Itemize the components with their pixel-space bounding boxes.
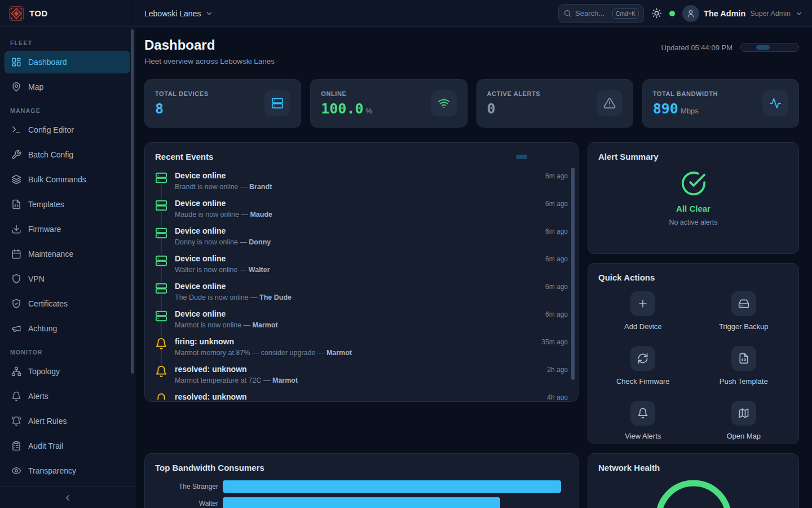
sidebar-item[interactable]: Config Editor xyxy=(5,119,130,141)
search-input[interactable] xyxy=(575,9,609,17)
wifi-icon xyxy=(431,90,457,116)
page-subtitle: Fleet overview across Lebowski Lanes xyxy=(144,57,275,65)
server-icon xyxy=(155,199,167,212)
sidebar-item-label: Maintenance xyxy=(28,249,73,259)
events-tab[interactable] xyxy=(543,155,554,159)
user-menu[interactable]: The Admin Super Admin xyxy=(682,5,803,22)
events-tabs xyxy=(516,155,568,159)
quick-action[interactable]: View Alerts xyxy=(625,401,661,440)
refresh-option[interactable] xyxy=(756,45,770,50)
event-device: The Dude xyxy=(259,294,292,301)
event-row[interactable]: resolved: unknown Marmot temperature at … xyxy=(155,361,568,388)
sidebar-item[interactable]: Firmware xyxy=(5,218,130,240)
sidebar-item[interactable]: Alert Rules xyxy=(5,410,130,432)
sidebar-item[interactable]: VPN xyxy=(5,268,130,290)
alert-triangle-icon xyxy=(597,90,623,116)
sidebar-item[interactable]: Certificates xyxy=(5,292,130,315)
event-row[interactable]: Device online Donny is now online — Donn… xyxy=(155,222,568,250)
network-health-gauge: 100 xyxy=(651,476,736,508)
refresh-option[interactable] xyxy=(743,45,756,50)
quick-action[interactable]: Open Map xyxy=(726,401,761,440)
bandwidth-bar xyxy=(223,480,561,493)
quick-action[interactable]: Trigger Backup xyxy=(719,291,769,331)
sidebar-item[interactable]: Templates xyxy=(5,193,130,216)
refresh-option[interactable] xyxy=(783,45,797,50)
events-list: Device online Brandt is now online — Bra… xyxy=(145,166,578,400)
event-row[interactable]: Device online Maude is now online — Maud… xyxy=(155,195,568,222)
sidebar-item[interactable]: Maintenance xyxy=(5,243,130,265)
event-time: 6m ago xyxy=(545,226,568,235)
sidebar-item[interactable]: Map xyxy=(5,76,130,98)
network-health-panel: Network Health 100 xyxy=(588,453,799,508)
fleet-selector[interactable]: Lebowski Lanes xyxy=(144,9,213,18)
file-code-icon xyxy=(731,346,756,371)
stat-value: 0 xyxy=(487,100,496,117)
bandwidth-category-label: The Stranger xyxy=(155,483,218,491)
sidebar-items: Topology Alerts Alert Rules Audit Trail xyxy=(5,360,130,482)
event-time: 6m ago xyxy=(545,199,568,208)
sidebar-item[interactable]: Topology xyxy=(5,360,130,383)
dashboard-grid: Recent Events Device online Brandt is no… xyxy=(144,142,799,508)
events-tab[interactable] xyxy=(516,155,527,159)
bandwidth-rows: The StrangerWalter xyxy=(155,480,568,508)
event-row[interactable]: resolved: unknown — 4h ago xyxy=(155,388,568,400)
bell-icon xyxy=(155,393,167,400)
bandwidth-row: Walter xyxy=(155,497,568,508)
events-tab[interactable] xyxy=(557,155,568,159)
event-row[interactable]: Device online The Dude is now online — T… xyxy=(155,278,568,305)
event-row[interactable]: Device online Walter is now online — Wal… xyxy=(155,250,568,278)
panel-title: Network Health xyxy=(598,463,788,472)
bell-icon xyxy=(630,401,655,426)
event-device: Donny xyxy=(249,238,271,246)
panel-title: Top Bandwidth Consumers xyxy=(155,463,568,472)
sidebar-item[interactable]: Alerts xyxy=(5,385,130,408)
sidebar-section: FLEET Dashboard Map xyxy=(5,40,130,98)
sidebar-item-label: Config Editor xyxy=(28,125,74,134)
sidebar-item-label: Dashboard xyxy=(28,58,67,67)
server-icon xyxy=(155,282,167,295)
user-icon xyxy=(686,9,695,18)
panel-title: Recent Events xyxy=(155,152,213,161)
network-icon xyxy=(11,366,21,376)
quick-action[interactable]: Push Template xyxy=(720,346,768,386)
sidebar-section-label: MANAGE xyxy=(10,107,125,114)
brand: TOD xyxy=(0,0,135,27)
terminal-icon xyxy=(11,125,21,135)
sidebar-item[interactable]: Dashboard xyxy=(5,51,130,73)
stat-label: TOTAL DEVICES xyxy=(155,90,209,97)
alert-status: All Clear xyxy=(676,204,710,213)
map-icon xyxy=(731,401,756,426)
sidebar-scrollbar[interactable] xyxy=(131,29,134,374)
right-column: Alert Summary All Clear No active alerts… xyxy=(588,142,799,444)
sidebar-item[interactable]: Transparency xyxy=(5,459,130,482)
refresh-option[interactable] xyxy=(770,45,783,50)
dashboard-icon xyxy=(11,57,21,67)
event-row[interactable]: Device online Brandt is now online — Bra… xyxy=(155,167,568,195)
topbar-main: Lebowski Lanes Cmd+K The Admin Super Adm… xyxy=(135,0,812,27)
sidebar-item[interactable]: Bulk Commands xyxy=(5,168,130,191)
event-time: 6m ago xyxy=(545,282,568,291)
stat-card: ACTIVE ALERTS 0 xyxy=(476,79,633,128)
event-row[interactable]: Device online Marmot is now online — Mar… xyxy=(155,305,568,333)
sidebar-collapse-button[interactable] xyxy=(0,487,135,508)
quick-action[interactable]: Add Device xyxy=(624,291,661,331)
theme-toggle-button[interactable] xyxy=(651,8,662,19)
megaphone-icon xyxy=(11,323,21,334)
panel-title: Alert Summary xyxy=(598,152,788,161)
sidebar-item-label: VPN xyxy=(28,274,45,283)
event-title: firing: unknown xyxy=(175,337,352,346)
event-row[interactable]: firing: unknown Marmot memory at 87% — c… xyxy=(155,333,568,361)
sidebar-item[interactable]: Achtung xyxy=(5,317,130,340)
quick-action[interactable]: Check Firmware xyxy=(616,346,670,386)
events-tab[interactable] xyxy=(529,155,541,159)
sidebar-item[interactable]: Batch Config xyxy=(5,143,130,166)
sidebar-item[interactable]: Audit Trail xyxy=(5,435,130,457)
events-scrollbar[interactable] xyxy=(571,168,575,380)
search-box[interactable]: Cmd+K xyxy=(558,4,644,23)
stat-unit: % xyxy=(366,107,373,115)
event-detail: Marmot is now online — Marmot xyxy=(175,321,278,329)
event-device: Marmot xyxy=(253,321,278,329)
file-code-icon xyxy=(11,199,21,209)
event-detail: Maude is now online — Maude xyxy=(175,211,272,218)
event-device: Brandt xyxy=(249,183,272,191)
